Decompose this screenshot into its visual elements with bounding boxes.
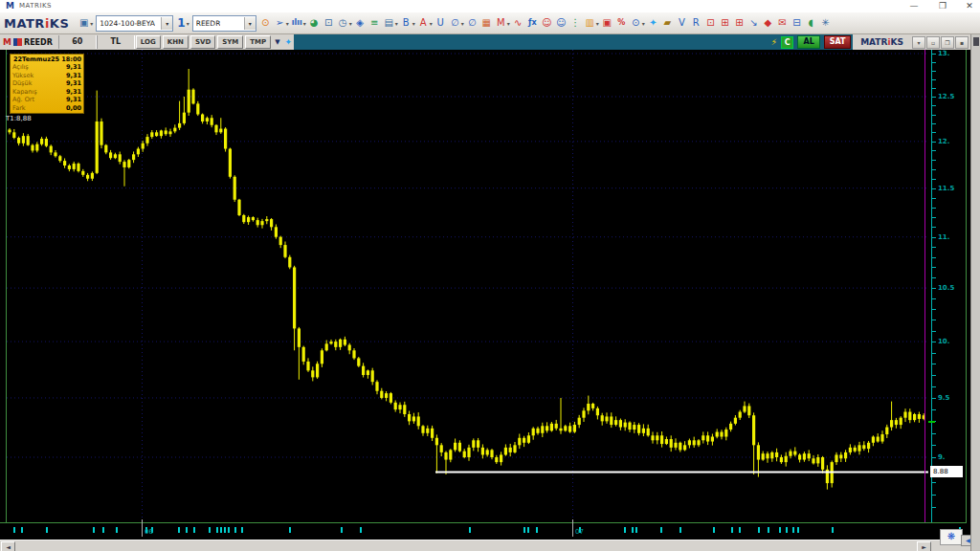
price-axis-label: 11.5 [938, 185, 954, 192]
letter-v-button[interactable]: V [676, 14, 688, 32]
header-mini-button-2[interactable]: ❐ [941, 36, 954, 49]
calculator-icon[interactable]: ⊟ [791, 14, 803, 32]
header-button-sym[interactable]: SYM [217, 35, 243, 49]
right-dock-strip [970, 34, 980, 551]
volume-tick [193, 527, 195, 533]
window2-icon[interactable]: ⊞ [733, 14, 746, 32]
search-icon[interactable]: ⊙ [630, 14, 642, 32]
toolbar-items: ▣▾1024-100-BEYA▾1▾REEDR▾⊙➢▾ılıı▾◕⊡◷▾◈≡▤▾… [77, 14, 833, 32]
zoom-search-icon[interactable]: ⊙ [259, 14, 272, 32]
price-minor-tick [932, 457, 936, 458]
diagonal-arrow-icon[interactable]: ↘ [747, 14, 760, 32]
price-axis[interactable]: 13.12.512.11.511.10.510.9.59.8.88 [928, 50, 967, 522]
scroll-right-button[interactable]: ► [917, 541, 931, 551]
price-minor-tick [932, 123, 936, 124]
chevron-down-icon[interactable]: ▾ [596, 20, 599, 27]
sell-sat-button[interactable]: SAT [824, 35, 851, 49]
folder-icon[interactable]: ▰ [661, 14, 674, 32]
buy-al-button[interactable]: AL [797, 35, 820, 49]
globe-icon[interactable]: ◈ [354, 14, 367, 32]
matriks-fan-icon[interactable]: ❋ [940, 529, 963, 545]
safe-icon[interactable]: ▥ [584, 14, 596, 32]
letter-u-button[interactable]: U [434, 14, 447, 32]
line-chart-icon[interactable]: ∿ [512, 14, 524, 32]
chevron-down-icon[interactable]: ▾ [244, 17, 256, 30]
average-icon[interactable]: ∅ [449, 14, 461, 32]
people-icon[interactable]: ☺ [555, 14, 568, 32]
mail-icon[interactable]: ✉ [776, 14, 789, 32]
header-mini-button-3[interactable]: ▪ [955, 36, 969, 49]
depth-grid-icon[interactable]: ▦ [480, 14, 493, 32]
header-button-khn[interactable]: KHN [163, 35, 189, 49]
lightning-icon[interactable]: ⚡ [771, 37, 777, 47]
documents-icon[interactable]: ▣ [601, 14, 613, 32]
pointer-icon[interactable]: ➢ [274, 14, 286, 32]
chevron-down-icon[interactable]: ▾ [507, 20, 510, 27]
window-icon[interactable]: ⊞ [719, 14, 731, 32]
letter-a-button[interactable]: A [417, 14, 430, 32]
chevron-down-icon[interactable]: ▾ [286, 20, 289, 27]
volume-tick [832, 527, 834, 533]
volume-tick [102, 527, 104, 533]
letter-b-button[interactable]: B [400, 14, 412, 32]
clock-icon[interactable]: ◷ [337, 14, 349, 32]
letter-m-button[interactable]: M [495, 14, 507, 32]
chevron-down-icon[interactable]: ▾ [395, 20, 398, 27]
chevron-down-icon[interactable]: ▾ [461, 20, 464, 27]
price-chart-panel[interactable] [7, 50, 928, 522]
maximize-button[interactable]: ❐ [930, 0, 955, 11]
c-button[interactable]: C [781, 36, 793, 49]
pie-chart-icon[interactable]: ◕ [308, 14, 321, 32]
period-cell[interactable]: 60 [58, 35, 97, 49]
chevron-down-icon[interactable]: ▾ [161, 17, 172, 30]
volume-tick [679, 527, 681, 533]
chevron-down-icon[interactable]: ▾ [303, 20, 306, 27]
header-mini-button-0[interactable]: ▾ [912, 36, 925, 49]
chevron-down-icon[interactable]: ▾ [90, 20, 93, 27]
average2-icon[interactable]: ∅ [466, 14, 479, 32]
list-icon[interactable]: ≡ [368, 14, 381, 32]
chat-icon[interactable]: ◖ [805, 14, 817, 32]
indicator-chart-icon[interactable]: ılıı [291, 14, 303, 32]
app-logo-icon: M [6, 1, 14, 11]
monitor-alert-icon[interactable]: ⊡ [704, 14, 717, 32]
layout-select[interactable]: 1024-100-BEYA▾ [96, 15, 173, 32]
volume-tick [536, 527, 538, 533]
chevron-down-icon[interactable]: ▾ [430, 20, 433, 27]
book-icon[interactable]: ▤ [383, 14, 395, 32]
save-icon[interactable]: ▣ [78, 14, 90, 32]
price-minor-tick [932, 309, 936, 310]
price-minor-tick [932, 217, 936, 218]
chevron-down-icon[interactable]: ▾ [187, 20, 189, 27]
person-icon[interactable]: ☺ [541, 14, 553, 32]
header-button-log[interactable]: LOG [136, 35, 161, 49]
report-r-icon[interactable]: R [690, 14, 702, 32]
minimize-button[interactable]: — [902, 0, 926, 11]
alarm-bell-icon[interactable]: ◆ [762, 14, 774, 32]
header-button-tmp[interactable]: TMP [245, 35, 271, 49]
horizontal-scrollbar[interactable]: ◄ ► ❋ ◀▶ [0, 540, 980, 551]
symbol-select[interactable]: REEDR▾ [192, 15, 256, 32]
header-button-svd[interactable]: SVD [190, 35, 215, 49]
header-mini-button-1[interactable]: ▫ [926, 36, 940, 49]
traffic-light-icon[interactable]: ⋮ [569, 14, 582, 32]
price-axis-label: 10. [938, 338, 949, 345]
formula-fx-icon[interactable]: ƒx [526, 14, 539, 32]
twitter-icon[interactable]: ✦ [647, 14, 659, 32]
period-button[interactable]: 1 [177, 16, 185, 30]
price-minor-tick [932, 88, 936, 89]
monitor-icon[interactable]: ⊡ [323, 14, 335, 32]
close-button[interactable]: ✕ [957, 0, 980, 11]
chevron-down-icon[interactable]: ▾ [412, 20, 415, 27]
info-label: Açılış [12, 63, 29, 72]
percent-icon[interactable]: % [615, 14, 628, 32]
chevron-down-icon[interactable]: ▼ [275, 38, 279, 46]
price-axis-label: 9. [938, 453, 946, 461]
chevron-down-icon[interactable]: ▾ [349, 20, 352, 27]
twitter-icon[interactable]: ✦ [285, 37, 293, 47]
settings-gears-icon[interactable]: ✳ [819, 14, 832, 32]
scroll-left-button[interactable]: ◄ [1, 541, 15, 551]
chevron-down-icon[interactable]: ▾ [642, 20, 645, 27]
volume-tick [660, 527, 662, 533]
currency-cell[interactable]: TL [97, 35, 135, 49]
